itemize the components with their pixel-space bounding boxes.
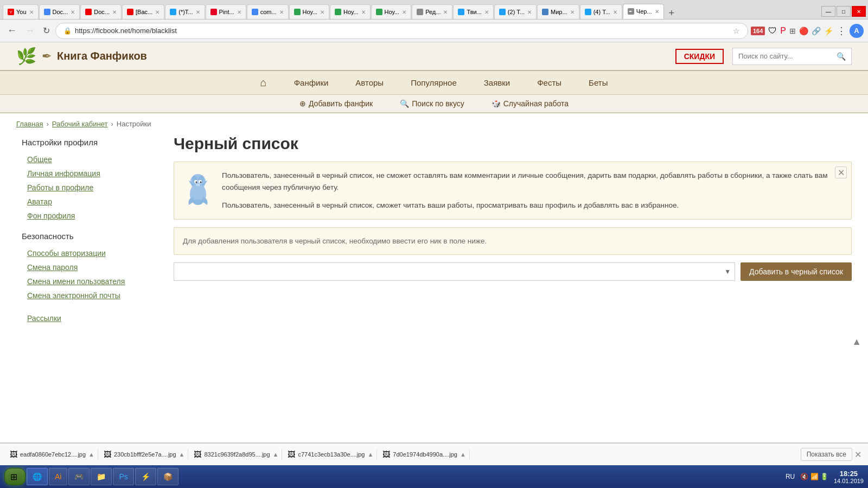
download-filename-1: eadfa0860e7ebc12....jpg <box>20 451 86 458</box>
sub-nav-random[interactable]: 🎲 Случайная работа <box>492 99 569 108</box>
breadcrumb-cabinet[interactable]: Рабочий кабинет <box>52 120 108 128</box>
browser-toolbar: 164 🛡 P ⊞ 🔴 🔗 ⚡ ⋮ A <box>751 24 864 38</box>
info-box-close-button[interactable]: ✕ <box>835 166 847 178</box>
date-display: 14.01.2019 <box>834 478 864 484</box>
reload-button[interactable]: ↻ <box>40 24 53 37</box>
discount-button[interactable]: СКИДКИ <box>675 49 724 64</box>
download-chevron-3[interactable]: ▲ <box>273 451 279 458</box>
taskbar-item-game[interactable]: 🎮 <box>68 468 90 485</box>
download-file-icon-5: 🖼 <box>382 450 390 459</box>
download-bar-close-button[interactable]: ✕ <box>854 450 861 460</box>
tab[interactable]: Pint... ✕ <box>206 4 246 19</box>
nav-home[interactable]: ⌂ <box>260 76 267 89</box>
tab[interactable]: (4) Т... ✕ <box>580 4 622 19</box>
sidebar-link-general[interactable]: Общее <box>16 152 163 166</box>
info-box: Пользователь, занесенный в черный список… <box>174 162 852 220</box>
download-item-1[interactable]: 🖼 eadfa0860e7ebc12....jpg ▲ <box>7 449 98 460</box>
nav-requests[interactable]: Заявки <box>484 78 510 87</box>
download-chevron-2[interactable]: ▲ <box>179 451 185 458</box>
sidebar-profile-title: Настройки профиля <box>16 134 163 152</box>
sub-nav-add[interactable]: ⊕ Добавить фанфик <box>299 99 373 108</box>
url-text: https://ficbook.net/home/blacklist <box>75 27 733 35</box>
svg-point-7 <box>200 182 202 183</box>
download-filename-2: 230cb1bfff2e5e7a....jpg <box>114 451 176 458</box>
breadcrumb-home[interactable]: Главная <box>16 120 43 128</box>
tab[interactable]: Ноу... ✕ <box>330 4 371 19</box>
user-select[interactable] <box>174 262 735 281</box>
clock: 18:25 14.01.2019 <box>834 470 864 484</box>
sidebar-link-works[interactable]: Работы в профиле <box>16 181 163 195</box>
add-blacklist-button[interactable]: Добавить в черный список <box>741 262 852 281</box>
nav-betas[interactable]: Беты <box>589 78 608 87</box>
add-description: Для добавления пользователя в черный спи… <box>183 235 843 247</box>
tab[interactable]: Y You ✕ <box>3 4 39 19</box>
download-item-2[interactable]: 🖼 230cb1bfff2e5e7a....jpg ▲ <box>100 449 188 460</box>
taskbar: ⊞ 🌐 Ai 🎮 📁 Ps ⚡ 📦 R <box>0 465 868 488</box>
taskbar-icons: 🔇 📶 🔋 <box>800 473 828 480</box>
sidebar-link-personal[interactable]: Личная информация <box>16 166 163 181</box>
new-tab-button[interactable]: + <box>665 7 679 19</box>
download-chevron-4[interactable]: ▲ <box>367 451 373 458</box>
minimize-button[interactable]: — <box>821 6 835 17</box>
sidebar-link-email[interactable]: Смена электронной почты <box>16 288 163 303</box>
sidebar-link-auth[interactable]: Способы авторизации <box>16 246 163 260</box>
maximize-button[interactable]: □ <box>837 6 851 17</box>
sidebar-link-mailings[interactable]: Рассылки <box>16 311 163 325</box>
tab[interactable]: Мир... ✕ <box>537 4 579 19</box>
tab[interactable]: (2) Т... ✕ <box>494 4 537 19</box>
taskbar-item-flash[interactable]: ⚡ <box>135 468 156 485</box>
taskbar-item-ai[interactable]: Ai <box>49 468 67 485</box>
tab[interactable]: (*)T... ✕ <box>165 4 205 19</box>
random-icon: 🎲 <box>492 99 501 108</box>
taskbar-item-chrome[interactable]: 🌐 <box>27 468 48 485</box>
mascot-image <box>182 170 214 211</box>
taste-search-icon: 🔍 <box>400 99 409 108</box>
sidebar-link-background[interactable]: Фон профиля <box>16 209 163 223</box>
star-icon[interactable]: ☆ <box>733 27 740 35</box>
download-chevron-1[interactable]: ▲ <box>88 451 94 458</box>
start-button[interactable]: ⊞ <box>4 468 25 485</box>
tab[interactable]: Ноу... ✕ <box>371 4 412 19</box>
tab[interactable]: [Bac... ✕ <box>122 4 164 19</box>
search-button[interactable]: 🔍 <box>837 52 846 61</box>
settings-icon[interactable]: ⋮ <box>837 25 846 37</box>
sub-nav-search[interactable]: 🔍 Поиск по вкусу <box>400 99 464 108</box>
tab[interactable]: com... ✕ <box>247 4 289 19</box>
download-item-3[interactable]: 🖼 8321c9639f2a8d95....jpg ▲ <box>190 449 282 460</box>
sidebar-security-title: Безопасность <box>16 223 163 246</box>
download-item-4[interactable]: 🖼 c7741c3ecb13a30e....jpg ▲ <box>284 449 377 460</box>
taskbar-item-app2[interactable]: 📦 <box>157 468 178 485</box>
taskbar-item-app1[interactable]: 📁 <box>91 468 112 485</box>
url-bar[interactable]: 🔒 https://ficbook.net/home/blacklist ☆ <box>55 23 748 39</box>
close-button[interactable]: ✕ <box>852 6 866 17</box>
download-file-icon-2: 🖼 <box>104 450 111 459</box>
scroll-up-hint[interactable]: ▲ <box>0 336 868 348</box>
nav-popular[interactable]: Популярное <box>411 78 457 87</box>
tab[interactable]: Doc... ✕ <box>80 4 122 19</box>
sidebar-link-avatar[interactable]: Аватар <box>16 195 163 209</box>
sidebar-link-password[interactable]: Смена пароля <box>16 260 163 274</box>
tab[interactable]: Ноу... ✕ <box>289 4 330 19</box>
tab-close-icon[interactable]: ✕ <box>655 9 659 15</box>
add-icon: ⊕ <box>299 99 306 108</box>
search-input[interactable] <box>738 52 837 60</box>
breadcrumb-current: Настройки <box>117 120 151 128</box>
tab-active[interactable]: ✒ Чер... ✕ <box>623 4 664 19</box>
nav-fests[interactable]: Фесты <box>537 78 561 87</box>
download-item-5[interactable]: 🖼 7d0e1974db4990a....jpg ▲ <box>379 449 470 460</box>
page-title: Черный список <box>174 134 852 153</box>
tab[interactable]: Doc... ✕ <box>39 4 80 19</box>
forward-button[interactable]: → <box>22 24 37 37</box>
sidebar-link-username[interactable]: Смена имени пользователя <box>16 274 163 288</box>
mcafee-icon: 🛡 <box>768 26 777 36</box>
breadcrumb-sep1: › <box>46 120 48 128</box>
tab[interactable]: Ред... ✕ <box>412 4 452 19</box>
show-all-button[interactable]: Показать все <box>801 448 852 461</box>
nav-authors[interactable]: Авторы <box>355 78 384 87</box>
nav-fanfics[interactable]: Фанфики <box>294 78 329 87</box>
download-chevron-5[interactable]: ▲ <box>460 451 466 458</box>
taskbar-item-ps[interactable]: Ps <box>113 468 133 485</box>
tab[interactable]: Тви... ✕ <box>453 4 493 19</box>
search-box[interactable]: 🔍 <box>732 48 852 65</box>
back-button[interactable]: ← <box>4 24 20 37</box>
